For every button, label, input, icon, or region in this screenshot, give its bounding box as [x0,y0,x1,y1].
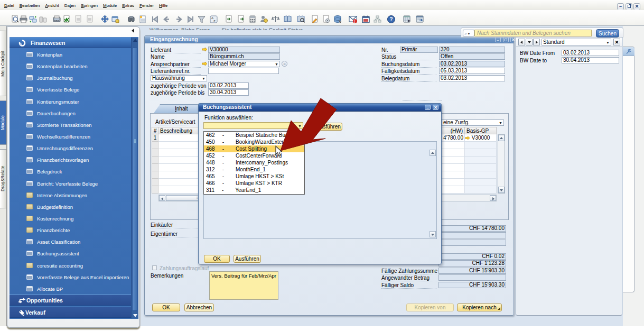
svg-text:!: ! [354,20,356,23]
svg-text:Z: Z [213,20,216,23]
svg-text:?: ? [390,16,393,22]
